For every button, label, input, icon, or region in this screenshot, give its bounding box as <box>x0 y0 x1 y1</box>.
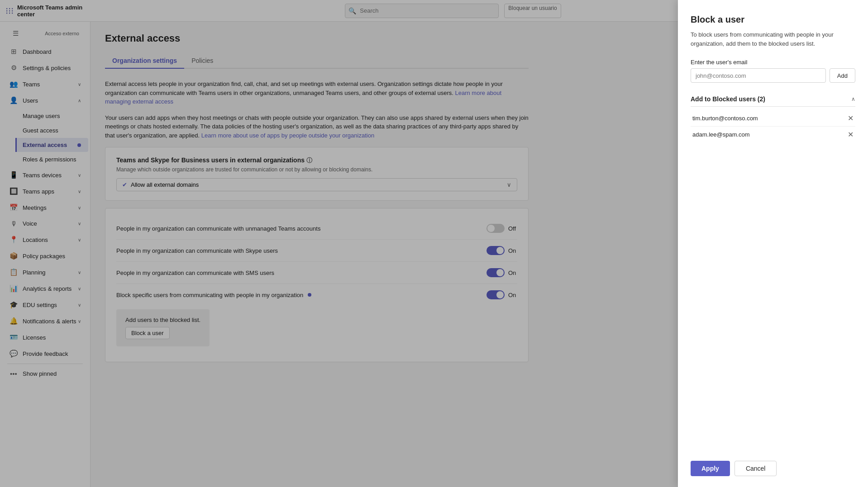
blocked-section-chevron-icon: ∧ <box>851 96 855 102</box>
cancel-button[interactable]: Cancel <box>734 461 777 476</box>
blocked-user-row: tim.burton@contoso.com ✕ <box>691 110 855 127</box>
remove-blocked-user-button[interactable]: ✕ <box>848 114 854 123</box>
add-email-button[interactable]: Add <box>830 68 855 83</box>
apply-button[interactable]: Apply <box>691 461 730 476</box>
blocked-user-email: tim.burton@contoso.com <box>692 115 758 122</box>
blocked-user-row: adam.lee@spam.com ✕ <box>691 127 855 142</box>
blocked-section-header[interactable]: Add to Blocked users (2) ∧ <box>691 92 855 107</box>
remove-blocked-user-button[interactable]: ✕ <box>848 130 854 139</box>
panel-title: Block a user <box>691 14 855 25</box>
blocked-section-title: Add to Blocked users (2) <box>691 95 765 103</box>
panel-footer: Apply Cancel <box>691 461 855 476</box>
panel-description: To block users from communicating with p… <box>691 30 855 48</box>
email-input-row: Add <box>691 68 855 83</box>
email-label: Enter the user's email <box>691 59 855 66</box>
block-user-panel: Block a user To block users from communi… <box>678 0 868 487</box>
blocked-user-email: adam.lee@spam.com <box>692 131 750 138</box>
blocked-users-list: tim.burton@contoso.com ✕ adam.lee@spam.c… <box>691 110 855 142</box>
email-input[interactable] <box>691 68 826 83</box>
